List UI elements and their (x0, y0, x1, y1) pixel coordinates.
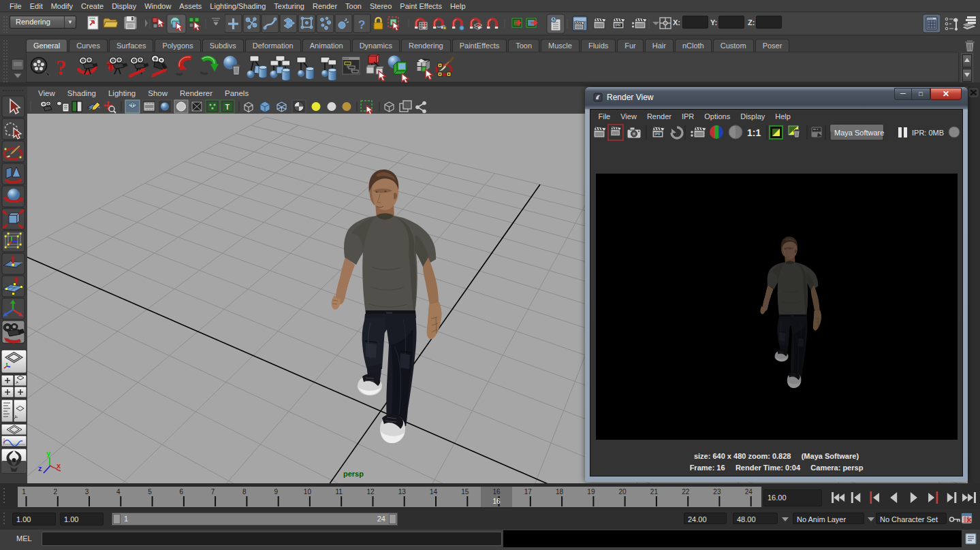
svg-text:16: 16 (493, 488, 501, 496)
svg-text:IPR: IPR (654, 132, 661, 136)
svg-text:IPR: IPR (615, 23, 621, 27)
svg-text:2: 2 (54, 488, 58, 496)
svg-text:15: 15 (461, 488, 469, 496)
svg-text:23: 23 (713, 488, 721, 496)
svg-text:1:1: 1:1 (747, 127, 761, 138)
svg-text:14: 14 (430, 488, 438, 496)
svg-text:4: 4 (116, 488, 121, 496)
svg-text:21: 21 (650, 488, 659, 496)
svg-text:10: 10 (304, 488, 312, 496)
svg-text:24: 24 (745, 488, 753, 496)
svg-text:?: ? (56, 56, 67, 80)
svg-text:18: 18 (556, 488, 564, 496)
svg-text:11: 11 (336, 488, 343, 496)
svg-text:persp: persp (343, 470, 364, 478)
svg-text:12: 12 (366, 488, 375, 496)
svg-text:T: T (225, 103, 230, 111)
svg-text:Maya Software: Maya Software (834, 129, 884, 137)
svg-text:x: x (57, 462, 61, 470)
svg-text:7: 7 (211, 488, 215, 496)
svg-text:22: 22 (682, 488, 690, 496)
svg-text:13: 13 (398, 488, 407, 496)
svg-text:IPR: 0MB: IPR: 0MB (912, 129, 944, 137)
svg-text:20: 20 (619, 488, 627, 496)
svg-text:5: 5 (148, 488, 152, 496)
svg-text:9: 9 (274, 488, 278, 496)
svg-text:6: 6 (180, 488, 184, 496)
svg-text:3: 3 (85, 488, 89, 496)
svg-text:17: 17 (524, 488, 533, 496)
svg-text:19: 19 (587, 488, 595, 496)
svg-text:8: 8 (242, 488, 247, 496)
svg-text:?: ? (358, 18, 365, 31)
svg-text:y: y (46, 449, 51, 457)
svg-text:z: z (38, 464, 42, 472)
svg-text:1: 1 (22, 488, 26, 496)
svg-text:16: 16 (492, 498, 501, 505)
